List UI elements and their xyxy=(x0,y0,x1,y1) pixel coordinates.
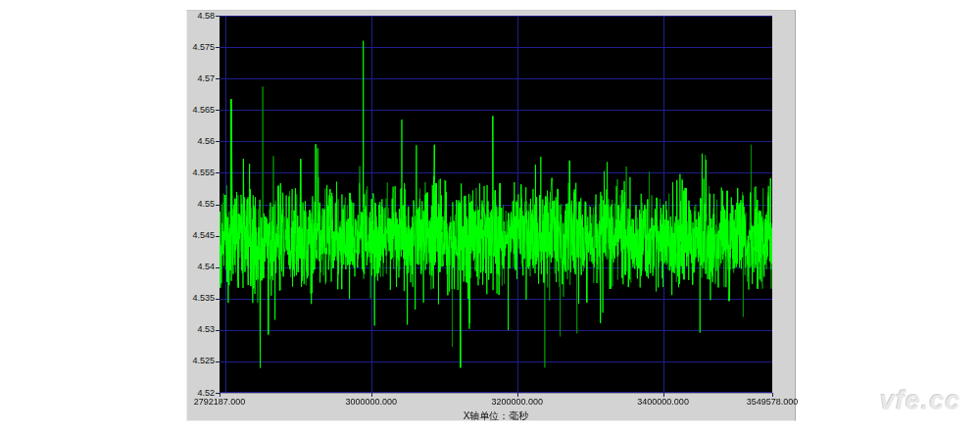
y-tick-label: 4.555 xyxy=(187,168,215,178)
y-tick-label: 4.535 xyxy=(187,293,215,304)
plot-area[interactable] xyxy=(220,16,772,394)
waveform-canvas xyxy=(220,16,772,393)
x-tick-label: 3400000.000 xyxy=(632,397,695,408)
y-tick-label: 4.565 xyxy=(187,105,215,116)
x-tick-label: 3549578.000 xyxy=(741,397,804,408)
y-tick-label: 4.57 xyxy=(187,73,215,84)
x-tick-label: 2792187.000 xyxy=(188,397,251,408)
y-tick-label: 4.56 xyxy=(187,136,215,147)
x-tick-label: 3000000.000 xyxy=(340,397,403,408)
page: { "panel": { "bg": "#d3d3d3" }, "chart_d… xyxy=(0,0,980,433)
y-tick-label: 4.575 xyxy=(187,42,215,53)
watermark: vfe.cc xyxy=(880,386,961,416)
x-axis-unit-label: X轴单位：毫秒 xyxy=(220,409,772,423)
y-tick-label: 4.525 xyxy=(187,356,215,366)
y-tick-label: 4.58 xyxy=(187,11,215,22)
chart-panel: 4.584.5754.574.5654.564.5554.554.5454.54… xyxy=(186,10,796,421)
y-tick-label: 4.53 xyxy=(187,324,215,335)
y-tick-label: 4.545 xyxy=(187,230,215,241)
y-tick-label: 4.54 xyxy=(187,262,215,272)
y-tick-label: 4.55 xyxy=(187,199,215,210)
x-tick-label: 3200000.000 xyxy=(486,397,549,408)
